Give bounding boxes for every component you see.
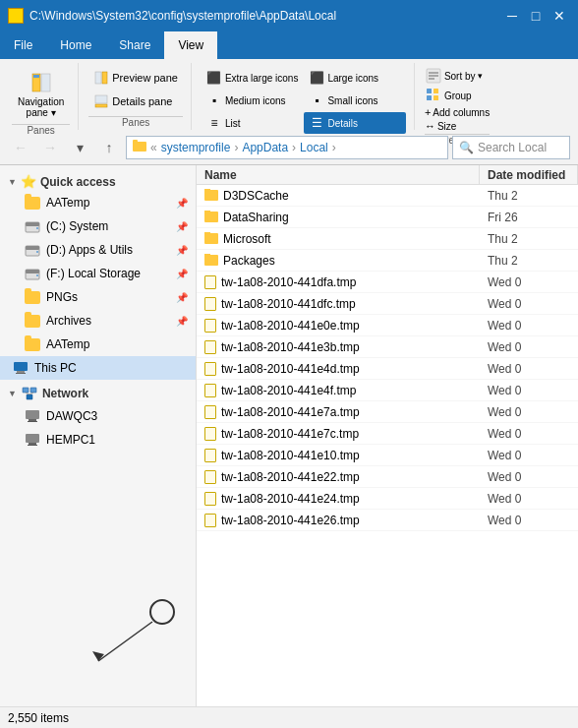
- navigation-pane-button[interactable]: Navigationpane ▾: [12, 67, 70, 122]
- medium-icons-icon: ▪: [206, 92, 222, 108]
- forward-button[interactable]: →: [37, 135, 63, 160]
- tab-view[interactable]: View: [164, 31, 217, 59]
- maximize-button[interactable]: □: [525, 5, 547, 27]
- large-icons-button[interactable]: ⬛ Large icons: [304, 67, 405, 89]
- table-row[interactable]: tw-1a08-2010-441e7a.tmp Wed 0: [197, 401, 578, 423]
- drive-f-icon: [24, 265, 41, 282]
- tab-share[interactable]: Share: [105, 31, 164, 59]
- svg-rect-27: [17, 371, 25, 373]
- table-row[interactable]: Microsoft Thu 2: [197, 228, 578, 250]
- file-date: Thu 2: [480, 232, 578, 246]
- file-icon: [204, 470, 216, 484]
- table-row[interactable]: tw-1a08-2010-441e10.tmp Wed 0: [197, 445, 578, 466]
- item-count: 2,550 items: [8, 711, 69, 725]
- sidebar-item-hempc1[interactable]: HEMPC1: [0, 428, 196, 452]
- file-icon: [204, 319, 216, 333]
- table-row[interactable]: tw-1a08-2010-441e26.tmp Wed 0: [197, 510, 578, 531]
- sidebar-item-c-drive[interactable]: (C:) System 📌: [0, 214, 196, 238]
- close-button[interactable]: ✕: [549, 5, 570, 27]
- file-name-cell: tw-1a08-2010-441dfc.tmp: [197, 297, 480, 311]
- svg-line-32: [26, 393, 29, 394]
- file-date: Wed 0: [480, 275, 578, 289]
- sidebar-item-f-drive[interactable]: (F:) Local Storage 📌: [0, 262, 196, 285]
- name-column-header[interactable]: Name: [197, 165, 480, 184]
- breadcrumb-systemprofile[interactable]: systemprofile: [161, 141, 231, 154]
- quick-access-header[interactable]: ▼ ⭐ Quick access: [0, 169, 196, 191]
- svg-point-25: [36, 274, 38, 276]
- extra-large-icons-button[interactable]: ⬛ Extra large icons: [202, 67, 303, 89]
- sidebar-label-f-drive: (F:) Local Storage: [46, 267, 141, 280]
- recent-locations-button[interactable]: ▾: [67, 135, 92, 160]
- small-icons-button[interactable]: ▪ Small icons: [304, 90, 405, 111]
- ribbon-content: Navigationpane ▾ Panes Preview pane: [0, 59, 578, 130]
- file-name: tw-1a08-2010-441e4d.tmp: [221, 362, 360, 376]
- minimize-button[interactable]: ─: [501, 5, 523, 27]
- svg-rect-13: [434, 89, 438, 93]
- sidebar-item-archives[interactable]: Archives 📌: [0, 309, 196, 333]
- medium-icons-button[interactable]: ▪ Medium icons: [202, 90, 303, 111]
- svg-rect-37: [26, 434, 39, 443]
- table-row[interactable]: tw-1a08-2010-441e4d.tmp Wed 0: [197, 358, 578, 380]
- sidebar-item-d-drive[interactable]: (D:) Apps & Utils 📌: [0, 238, 196, 262]
- list-button[interactable]: ≡ List: [202, 112, 303, 134]
- pin-icon-0: 📌: [176, 198, 188, 209]
- file-name: tw-1a08-2010-441e24.tmp: [221, 492, 360, 506]
- table-row[interactable]: tw-1a08-2010-441e7c.tmp Wed 0: [197, 423, 578, 445]
- svg-rect-5: [95, 95, 107, 103]
- details-button[interactable]: ☰ Details: [304, 112, 405, 134]
- table-row[interactable]: DataSharing Fri 26: [197, 207, 578, 228]
- sidebar-label-d-drive: (D:) Apps & Utils: [46, 243, 133, 257]
- sidebar-item-aatemp-1[interactable]: AATemp: [0, 333, 196, 356]
- table-row[interactable]: tw-1a08-2010-441dfc.tmp Wed 0: [197, 293, 578, 315]
- address-bar[interactable]: « systemprofile › AppData › Local ›: [126, 136, 448, 159]
- svg-rect-28: [16, 373, 26, 374]
- extra-large-icons-icon: ⬛: [206, 70, 222, 86]
- details-pane-button[interactable]: Details pane: [88, 91, 177, 112]
- date-column-header[interactable]: Date modified: [480, 165, 578, 184]
- sidebar-item-aatemp-0[interactable]: AATemp 📌: [0, 191, 196, 214]
- preview-pane-label: Preview pane: [112, 72, 178, 84]
- preview-pane-button[interactable]: Preview pane: [88, 67, 183, 89]
- file-name-cell: Microsoft: [197, 232, 480, 246]
- file-icon: [204, 362, 216, 376]
- sidebar-item-this-pc[interactable]: This PC: [0, 356, 196, 380]
- panes-buttons: Navigationpane ▾: [12, 63, 70, 124]
- title-text: C:\Windows\System32\config\systemprofile…: [29, 9, 336, 23]
- pin-icon-2: 📌: [176, 245, 188, 256]
- breadcrumb-appdata[interactable]: AppData: [242, 141, 288, 154]
- folder-icon: [24, 194, 41, 212]
- tab-home[interactable]: Home: [46, 31, 105, 59]
- quick-access-chevron: ▼: [8, 177, 17, 187]
- status-bar: 2,550 items: [0, 706, 578, 728]
- sidebar-item-pngs[interactable]: PNGs 📌: [0, 285, 196, 309]
- table-row[interactable]: tw-1a08-2010-441e24.tmp Wed 0: [197, 488, 578, 510]
- table-row[interactable]: tw-1a08-2010-441dfa.tmp Wed 0: [197, 272, 578, 293]
- table-row[interactable]: tw-1a08-2010-441e22.tmp Wed 0: [197, 466, 578, 488]
- back-button[interactable]: ←: [8, 135, 33, 160]
- up-button[interactable]: ↑: [96, 135, 122, 160]
- breadcrumb-local[interactable]: Local: [300, 141, 328, 154]
- drive-c-icon: [24, 217, 41, 235]
- sidebar-label-archives: Archives: [46, 314, 91, 328]
- hempc1-icon: [24, 431, 41, 449]
- pin-icon-5: 📌: [176, 316, 188, 327]
- file-icon: [204, 427, 216, 441]
- search-bar[interactable]: 🔍 Search Local: [452, 136, 570, 159]
- table-row[interactable]: D3DSCache Thu 2: [197, 185, 578, 207]
- network-header[interactable]: ▼ Network: [0, 380, 196, 404]
- svg-rect-4: [102, 72, 107, 84]
- svg-rect-11: [427, 89, 432, 93]
- file-date: Wed 0: [480, 492, 578, 506]
- table-row[interactable]: Packages Thu 2: [197, 250, 578, 272]
- table-row[interactable]: tw-1a08-2010-441e4f.tmp Wed 0: [197, 380, 578, 401]
- tab-file[interactable]: File: [0, 31, 46, 59]
- table-row[interactable]: tw-1a08-2010-441e0e.tmp Wed 0: [197, 315, 578, 336]
- details-pane-label: Details pane: [112, 95, 172, 107]
- file-name-cell: tw-1a08-2010-441e22.tmp: [197, 470, 480, 484]
- file-date: Wed 0: [480, 449, 578, 462]
- file-date: Wed 0: [480, 340, 578, 354]
- table-row[interactable]: tw-1a08-2010-441e3b.tmp Wed 0: [197, 336, 578, 358]
- ribbon-view-panes-section: Preview pane Details pane Panes: [81, 63, 192, 130]
- this-pc-label: This PC: [34, 361, 77, 375]
- sidebar-item-dawqc3[interactable]: DAWQC3: [0, 404, 196, 428]
